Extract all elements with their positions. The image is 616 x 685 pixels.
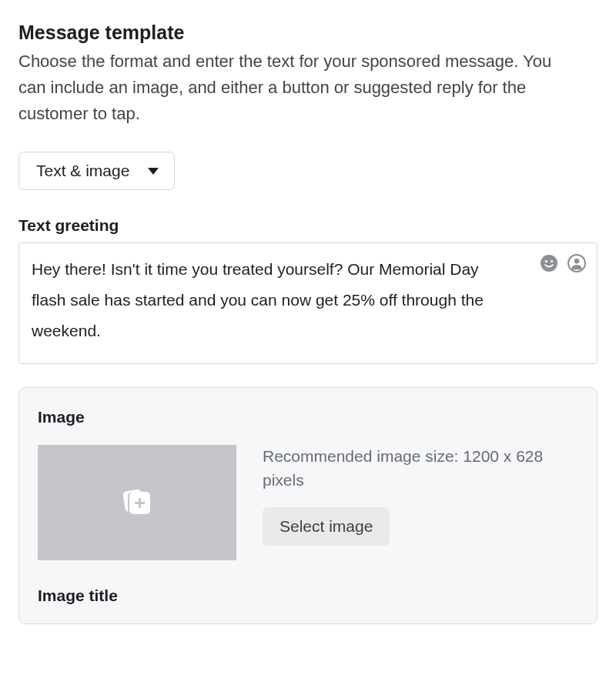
chevron-down-icon (148, 168, 159, 175)
textarea-icon-row (540, 254, 586, 272)
image-placeholder[interactable] (38, 445, 236, 560)
image-info: Recommended image size: 1200 x 628 pixel… (263, 445, 578, 546)
svg-point-0 (541, 255, 557, 272)
add-image-icon (122, 489, 152, 516)
greeting-textarea-container: Hey there! Isn't it time you treated you… (18, 242, 598, 364)
image-title-label: Image title (38, 586, 578, 605)
svg-point-1 (545, 260, 547, 262)
emoji-icon[interactable] (540, 254, 558, 272)
svg-point-4 (574, 259, 580, 264)
select-image-button[interactable]: Select image (263, 507, 390, 546)
format-dropdown[interactable]: Text & image (18, 152, 175, 190)
image-row: Recommended image size: 1200 x 628 pixel… (38, 445, 578, 560)
person-icon[interactable] (567, 254, 586, 272)
greeting-label: Text greeting (18, 216, 598, 235)
image-size-hint: Recommended image size: 1200 x 628 pixel… (263, 445, 578, 492)
svg-point-2 (551, 260, 553, 262)
format-dropdown-label: Text & image (36, 162, 129, 180)
image-label: Image (38, 408, 578, 426)
greeting-textarea[interactable]: Hey there! Isn't it time you treated you… (32, 254, 484, 346)
section-description: Choose the format and enter the text for… (18, 48, 573, 127)
image-panel: Image Recommended image size: 1200 x 628… (18, 387, 598, 624)
section-title: Message template (18, 22, 598, 44)
